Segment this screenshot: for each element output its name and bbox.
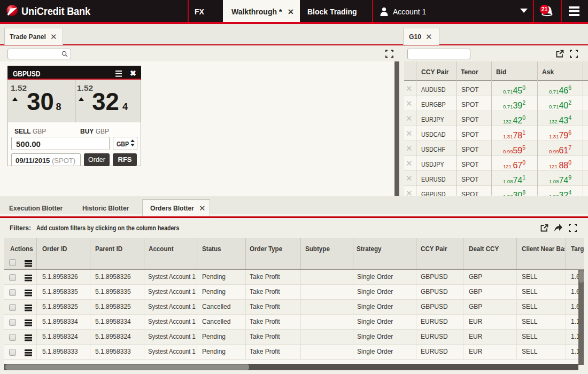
svg-text:21: 21	[541, 6, 548, 12]
